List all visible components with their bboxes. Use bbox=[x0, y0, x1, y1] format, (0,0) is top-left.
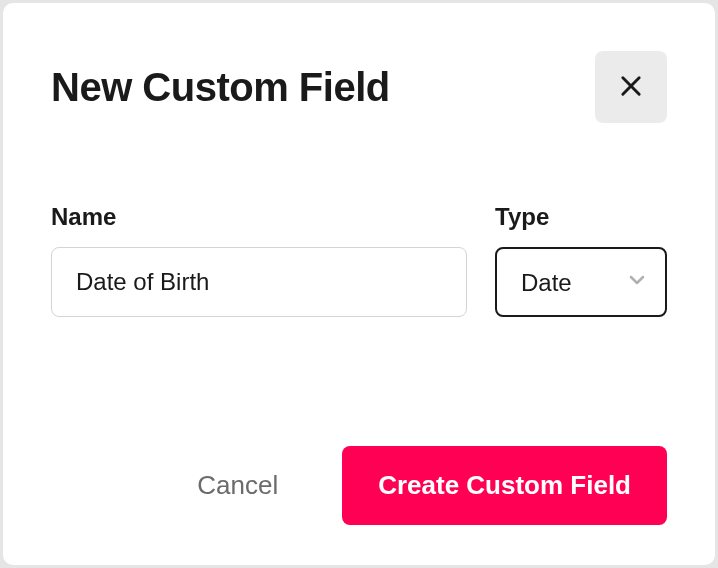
dialog-title: New Custom Field bbox=[51, 65, 390, 110]
close-button[interactable] bbox=[595, 51, 667, 123]
type-field-group: Type Date bbox=[495, 203, 667, 317]
create-custom-field-button[interactable]: Create Custom Field bbox=[342, 446, 667, 525]
type-select-wrapper: Date bbox=[495, 247, 667, 317]
type-label: Type bbox=[495, 203, 667, 231]
cancel-button[interactable]: Cancel bbox=[181, 462, 294, 509]
name-input[interactable] bbox=[51, 247, 467, 317]
form-row: Name Type Date bbox=[51, 203, 667, 317]
close-icon bbox=[617, 72, 645, 103]
type-select[interactable]: Date bbox=[495, 247, 667, 317]
dialog-header: New Custom Field bbox=[51, 51, 667, 123]
dialog-footer: Cancel Create Custom Field bbox=[51, 446, 667, 525]
name-field-group: Name bbox=[51, 203, 467, 317]
new-custom-field-dialog: New Custom Field Name Type Date bbox=[3, 3, 715, 565]
name-label: Name bbox=[51, 203, 467, 231]
